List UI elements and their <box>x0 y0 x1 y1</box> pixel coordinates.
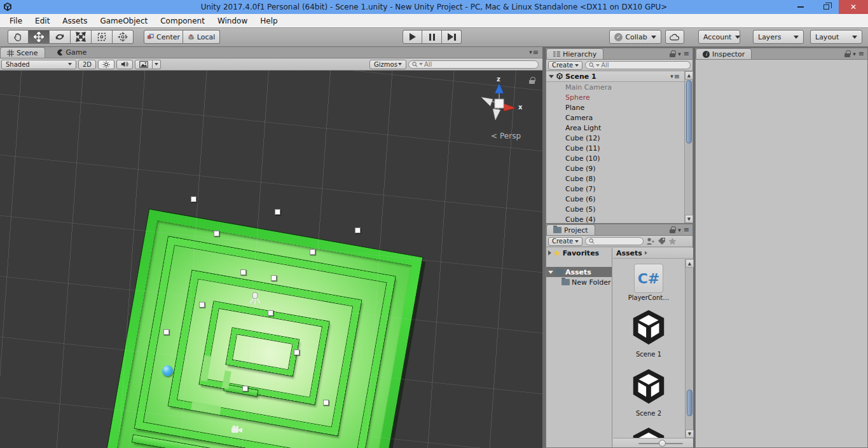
scroll-up-arrow[interactable]: ▲ <box>685 71 693 79</box>
inspector-lock-icon[interactable] <box>844 50 850 57</box>
menu-file[interactable]: File <box>4 15 28 27</box>
tab-scene[interactable]: Scene <box>0 47 45 58</box>
collab-button[interactable]: ✓ Collab <box>609 30 661 44</box>
project-lock-icon[interactable] <box>670 226 675 233</box>
gizmos-dropdown[interactable]: Gizmos <box>369 60 406 69</box>
scroll-up-arrow[interactable]: ▲ <box>685 259 694 268</box>
scene-tab-icon <box>7 50 14 57</box>
new-folder-row[interactable]: New Folder <box>546 277 612 287</box>
scene-viewport[interactable]: z x < Persp <box>0 71 542 448</box>
layers-dropdown[interactable]: Layers <box>753 30 804 44</box>
hierarchy-item[interactable]: Cube (9) <box>546 163 692 173</box>
menu-edit[interactable]: Edit <box>29 15 55 27</box>
minimize-button[interactable] <box>788 0 813 14</box>
menu-window[interactable]: Window <box>212 15 253 27</box>
scene-root-menu[interactable]: ▾≡ <box>670 73 680 79</box>
hierarchy-item[interactable]: Cube (8) <box>546 173 692 184</box>
inspector-panel-menu[interactable]: ▾≡ <box>844 50 864 57</box>
pause-button[interactable] <box>422 30 442 44</box>
persp-cone-glyph: < <box>491 132 497 140</box>
new-folder-label: New Folder <box>572 278 610 287</box>
asset-player-controller[interactable]: C# PlayerCont… <box>623 264 674 301</box>
close-button[interactable]: ✕ <box>839 0 868 14</box>
hierarchy-item[interactable]: Cube (7) <box>546 184 692 194</box>
hierarchy-create-button[interactable]: Create <box>548 61 582 70</box>
transform-tool-button[interactable] <box>113 30 134 44</box>
hierarchy-item[interactable]: Main Camera <box>546 82 692 92</box>
hierarchy-lock-icon[interactable] <box>670 50 675 57</box>
scroll-down-arrow[interactable]: ▼ <box>685 215 693 223</box>
move-tool-button[interactable] <box>29 30 50 44</box>
play-button[interactable] <box>403 30 422 44</box>
project-panel-menu[interactable]: ▾≡ <box>670 226 689 233</box>
account-dropdown[interactable]: Account <box>698 30 740 44</box>
slider-knob[interactable] <box>659 440 666 447</box>
project-asset-grid: Assets C# PlayerCont… Scene 1 Scen <box>613 248 693 447</box>
effects-dropdown-arrow-button[interactable] <box>153 60 161 69</box>
effects-toggle-button[interactable] <box>135 60 153 69</box>
restore-button[interactable] <box>813 0 839 14</box>
menu-help[interactable]: Help <box>254 15 283 27</box>
assets-root-row[interactable]: Assets <box>546 267 612 277</box>
tab-hierarchy[interactable]: Hierarchy <box>546 48 603 59</box>
draw-mode-dropdown[interactable]: Shaded <box>1 60 76 69</box>
favorites-row[interactable]: ★ Favorites <box>546 248 612 258</box>
hierarchy-item[interactable]: Cube (10) <box>546 153 692 163</box>
project-breadcrumb[interactable]: Assets <box>613 248 693 259</box>
tab-game[interactable]: Game <box>50 47 93 58</box>
search-by-type-icon[interactable] <box>646 237 655 245</box>
menu-assets[interactable]: Assets <box>57 15 93 27</box>
audio-toggle-button[interactable] <box>116 60 133 69</box>
project-scroll-thumb[interactable] <box>687 390 692 416</box>
tab-inspector[interactable]: i Inspector <box>696 48 752 59</box>
pivot-center-button[interactable]: Center <box>144 30 183 44</box>
project-create-button[interactable]: Create <box>548 237 582 246</box>
asset-scene-1[interactable]: Scene 1 <box>623 308 674 358</box>
step-button[interactable] <box>442 30 462 44</box>
hierarchy-search-field[interactable]: All <box>585 61 691 69</box>
tab-project[interactable]: Project <box>546 224 595 235</box>
expand-arrow-icon[interactable] <box>549 75 554 78</box>
image-icon <box>139 61 148 68</box>
hierarchy-item[interactable]: Cube (6) <box>546 194 692 204</box>
hierarchy-item[interactable]: Cube (11) <box>546 143 692 153</box>
menu-component[interactable]: Component <box>155 15 210 27</box>
perspective-toggle[interactable]: < Persp <box>491 132 521 140</box>
lighting-toggle-button[interactable] <box>98 60 114 69</box>
2d-toggle-button[interactable]: 2D <box>78 60 96 69</box>
project-search-field[interactable] <box>585 237 644 245</box>
asset-scene-2[interactable]: Scene 2 <box>623 367 674 417</box>
scale-tool-button[interactable] <box>71 30 92 44</box>
hierarchy-panel-menu[interactable]: ▾≡ <box>670 50 689 57</box>
rect-tool-button[interactable] <box>92 30 113 44</box>
favorites-filter-star-icon[interactable] <box>668 237 677 245</box>
expand-arrow-icon[interactable] <box>548 271 553 274</box>
hand-icon <box>13 32 23 42</box>
scene-panel-menu[interactable]: ▾≡ <box>529 49 539 55</box>
cloud-button[interactable] <box>665 30 684 44</box>
hand-tool-button[interactable] <box>8 30 29 44</box>
hierarchy-item[interactable]: Camera <box>546 112 692 123</box>
rotate-tool-button[interactable] <box>50 30 71 44</box>
hierarchy-item[interactable]: Cube (4) <box>546 214 692 224</box>
scene-search-field[interactable]: All <box>408 60 539 69</box>
expand-arrow-icon[interactable] <box>548 250 551 255</box>
hierarchy-scrollbar[interactable]: ▲ ▼ <box>684 71 692 223</box>
asset-size-slider[interactable] <box>613 438 693 447</box>
pivot-local-label: Local <box>197 33 216 41</box>
hierarchy-panel: Hierarchy ▾≡ Create All Scene 1 ▾≡ <box>546 48 693 224</box>
hierarchy-item[interactable]: Cube (12) <box>546 133 692 143</box>
layout-dropdown[interactable]: Layout <box>810 30 862 44</box>
pause-icon <box>429 34 431 41</box>
project-scrollbar[interactable]: ▲ ▼ <box>685 259 693 438</box>
hierarchy-scene-root[interactable]: Scene 1 ▾≡ <box>546 71 692 82</box>
menu-gameobject[interactable]: GameObject <box>94 15 153 27</box>
scroll-down-arrow[interactable]: ▼ <box>685 430 694 438</box>
hierarchy-item[interactable]: Plane <box>546 102 692 112</box>
hierarchy-item[interactable]: Cube (5) <box>546 204 692 214</box>
hierarchy-item[interactable]: Area Light <box>546 123 692 133</box>
hierarchy-item[interactable]: Sphere <box>546 92 692 102</box>
search-by-label-icon[interactable] <box>658 237 666 245</box>
pivot-local-button[interactable]: Local <box>183 30 220 44</box>
hierarchy-scroll-thumb[interactable] <box>686 80 692 144</box>
